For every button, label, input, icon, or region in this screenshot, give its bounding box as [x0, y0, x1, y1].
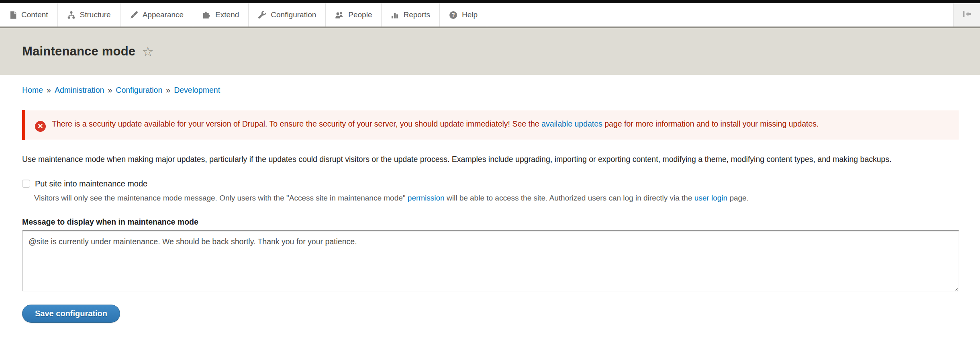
- breadcrumb-separator: »: [47, 86, 51, 94]
- error-message-box: ×There is a security update available fo…: [22, 110, 959, 140]
- drupal-admin-screen: Content Structure Appearance Extend Conf: [0, 0, 980, 352]
- toolbar-item-help[interactable]: ? Help: [440, 3, 487, 27]
- file-icon: [9, 11, 17, 19]
- maintenance-mode-checkbox-row: Put site into maintenance mode: [22, 179, 959, 188]
- toolbar-item-structure[interactable]: Structure: [58, 3, 120, 27]
- toolbar-item-reports[interactable]: Reports: [382, 3, 440, 27]
- page-title: Maintenance mode: [22, 44, 135, 59]
- description-text: page.: [727, 194, 749, 202]
- maintenance-mode-checkbox-label[interactable]: Put site into maintenance mode: [35, 179, 147, 188]
- breadcrumb-link-development[interactable]: Development: [174, 86, 220, 94]
- toolbar-item-label: Extend: [215, 10, 239, 19]
- paintbrush-icon: [130, 11, 138, 19]
- user-login-link[interactable]: user login: [694, 194, 727, 202]
- toolbar-item-label: Reports: [403, 10, 430, 19]
- toolbar-item-label: Help: [462, 10, 478, 19]
- toolbar-item-extend[interactable]: Extend: [193, 3, 249, 27]
- description-text: will be able to access the site. Authori…: [445, 194, 694, 202]
- error-message-text: page for more information and to install…: [602, 119, 819, 128]
- breadcrumb: Home»Administration»Configuration»Develo…: [22, 86, 959, 95]
- toggle-orientation-icon: [962, 10, 972, 20]
- error-message-text: There is a security update available for…: [52, 119, 541, 128]
- puzzle-piece-icon: [202, 11, 211, 19]
- help-icon: ?: [449, 11, 457, 19]
- breadcrumb-link-administration[interactable]: Administration: [55, 86, 104, 94]
- toolbar-item-content[interactable]: Content: [0, 3, 58, 27]
- toolbar-item-label: Content: [21, 10, 48, 19]
- wrench-icon: [258, 11, 266, 19]
- toolbar-spacer: [487, 3, 953, 27]
- main-content: Home»Administration»Configuration»Develo…: [0, 86, 980, 323]
- toolbar-item-appearance[interactable]: Appearance: [120, 3, 193, 27]
- maintenance-mode-checkbox[interactable]: [22, 180, 30, 188]
- toolbar-item-label: Appearance: [143, 10, 184, 19]
- maintenance-message-textarea[interactable]: @site is currently under maintenance. We…: [22, 230, 959, 291]
- maintenance-mode-intro: Use maintenance mode when making major u…: [22, 152, 959, 166]
- breadcrumb-link-configuration[interactable]: Configuration: [116, 86, 162, 94]
- bar-chart-icon: [391, 11, 399, 19]
- description-text: Visitors will only see the maintenance m…: [34, 194, 408, 202]
- svg-text:?: ?: [451, 12, 455, 18]
- toggle-orientation-button[interactable]: [953, 3, 980, 27]
- breadcrumb-link-home[interactable]: Home: [22, 86, 43, 94]
- message-field-label: Message to display when in maintenance m…: [22, 217, 959, 227]
- toolbar-item-people[interactable]: People: [326, 3, 382, 27]
- available-updates-link[interactable]: available updates: [541, 119, 602, 128]
- admin-toolbar-tray: Content Structure Appearance Extend Conf: [0, 3, 980, 28]
- maintenance-mode-description: Visitors will only see the maintenance m…: [34, 192, 958, 204]
- breadcrumb-separator: »: [166, 86, 170, 94]
- star-icon[interactable]: ☆: [142, 45, 154, 58]
- toolbar-item-label: Structure: [80, 10, 111, 19]
- toolbar-item-label: People: [348, 10, 372, 19]
- admin-toolbar-bar: [0, 0, 980, 3]
- breadcrumb-separator: »: [108, 86, 112, 94]
- permission-link[interactable]: permission: [408, 194, 445, 202]
- sitemap-icon: [67, 11, 76, 19]
- error-icon: ×: [35, 121, 46, 132]
- people-icon: [335, 11, 344, 19]
- toolbar-item-configuration[interactable]: Configuration: [249, 3, 326, 27]
- toolbar-item-label: Configuration: [271, 10, 316, 19]
- page-header: Maintenance mode ☆: [0, 28, 980, 75]
- save-configuration-button[interactable]: Save configuration: [22, 305, 120, 323]
